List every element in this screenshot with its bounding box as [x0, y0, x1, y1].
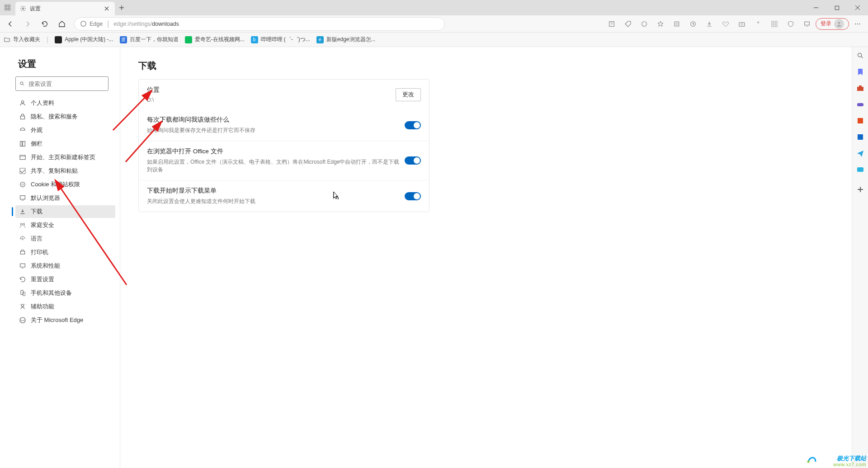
- sidebar-icon-2[interactable]: [855, 83, 865, 93]
- setting-toggle-1[interactable]: [405, 156, 421, 165]
- citations-button[interactable]: ”: [750, 17, 766, 31]
- tab-title: 设置: [30, 5, 99, 13]
- svg-rect-27: [20, 155, 25, 159]
- toolbar: Edge | edge://settings/downloads ” 登录: [0, 15, 868, 33]
- setting-toggle-0[interactable]: [405, 121, 421, 129]
- settings-nav-item-13[interactable]: 重置设置: [15, 273, 115, 286]
- settings-nav-item-11[interactable]: 打印机: [15, 246, 115, 259]
- sidebar-icon-7[interactable]: [855, 165, 865, 175]
- extensions-button[interactable]: [637, 17, 652, 31]
- svg-point-21: [859, 23, 860, 24]
- forward-button[interactable]: [20, 17, 35, 31]
- settings-page: 设置 个人资料隐私、搜索和服务外观侧栏开始、主页和新建标签页共享、复制和粘贴Co…: [0, 47, 852, 468]
- nav-icon: [19, 127, 26, 134]
- settings-search[interactable]: [15, 76, 108, 91]
- page-heading: 下载: [138, 60, 834, 72]
- performance-button[interactable]: [718, 17, 733, 31]
- tab-actions-button[interactable]: [0, 0, 15, 15]
- collections-button[interactable]: [669, 17, 684, 31]
- settings-nav: 个人资料隐私、搜索和服务外观侧栏开始、主页和新建标签页共享、复制和粘贴Cooki…: [15, 96, 115, 327]
- history-icon: [689, 20, 697, 28]
- apps-button[interactable]: [767, 17, 782, 31]
- heart-icon: [722, 20, 729, 28]
- new-tab-button[interactable]: [115, 0, 128, 15]
- watermark-logo-icon: [807, 454, 817, 465]
- address-bar[interactable]: Edge | edge://settings/downloads: [74, 17, 445, 31]
- import-bookmarks-button[interactable]: 导入收藏夹: [4, 36, 40, 43]
- bilibili-favicon: b: [251, 36, 258, 43]
- setting-row-1: 在浏览器中打开 Office 文件如果启用此设置，Office 文件（演示文稿、…: [139, 141, 429, 180]
- sidebar-icon-4[interactable]: [855, 116, 865, 126]
- settings-nav-item-0[interactable]: 个人资料: [15, 97, 115, 109]
- sidebar-icon-3[interactable]: [855, 99, 865, 109]
- settings-nav-item-2[interactable]: 外观: [15, 124, 115, 137]
- setting-toggle-2[interactable]: [405, 192, 421, 200]
- bookmark-bilibili[interactable]: b哔哩哔哩 (゜-゜)つ...: [251, 36, 310, 43]
- home-button[interactable]: [54, 17, 70, 31]
- settings-nav-item-9[interactable]: 家庭安全: [15, 219, 115, 232]
- downloads-button[interactable]: [702, 17, 717, 31]
- math-button[interactable]: [783, 17, 798, 31]
- settings-nav-item-15[interactable]: 辅助功能: [15, 300, 115, 313]
- bookmark-apple[interactable]: Apple (中国大陆) -...: [55, 36, 113, 43]
- plane-icon: [857, 150, 864, 157]
- more-button[interactable]: [850, 17, 865, 31]
- sidebar-add-button[interactable]: [855, 184, 865, 194]
- setting-row-title: 每次下载都询问我该做些什么: [147, 116, 405, 124]
- svg-rect-17: [805, 22, 810, 25]
- settings-nav-item-5[interactable]: 共享、复制和粘贴: [15, 165, 115, 177]
- briefcase-icon: [857, 85, 864, 92]
- star-icon: [657, 20, 664, 28]
- bookmark-baidu[interactable]: 度百度一下，你就知道: [120, 36, 179, 43]
- favorites-button[interactable]: [653, 17, 668, 31]
- nav-icon: [19, 262, 26, 269]
- sidebar-icon-6[interactable]: [855, 148, 865, 158]
- tab-close-button[interactable]: [103, 5, 110, 12]
- settings-nav-item-6[interactable]: Cookie 和网站权限: [15, 178, 115, 191]
- settings-sidebar: 设置 个人资料隐私、搜索和服务外观侧栏开始、主页和新建标签页共享、复制和粘贴Co…: [0, 47, 120, 468]
- reader-button[interactable]: [604, 17, 619, 31]
- settings-search-input[interactable]: [28, 80, 104, 87]
- window-controls: [806, 0, 868, 15]
- settings-nav-item-14[interactable]: 手机和其他设备: [15, 287, 115, 299]
- edge-sidebar: [852, 47, 868, 468]
- send-to-device-button[interactable]: [799, 17, 815, 31]
- svg-point-30: [22, 184, 24, 185]
- screenshot-button[interactable]: [734, 17, 750, 31]
- bookmark-iqiyi[interactable]: 爱奇艺-在线视频网...: [185, 36, 245, 43]
- window-close-button[interactable]: [847, 0, 868, 15]
- sidebar-icon-1[interactable]: [855, 67, 865, 77]
- browser-tab[interactable]: 设置: [15, 2, 115, 15]
- settings-nav-item-12[interactable]: 系统和性能: [15, 260, 115, 272]
- settings-nav-item-4[interactable]: 开始、主页和新建标签页: [15, 151, 115, 164]
- sidebar-icon-5[interactable]: [855, 132, 865, 142]
- settings-nav-item-1[interactable]: 隐私、搜索和服务: [15, 110, 115, 123]
- nav-icon: [19, 249, 26, 256]
- change-location-button[interactable]: 更改: [396, 88, 421, 101]
- login-button[interactable]: 登录: [816, 18, 849, 30]
- settings-nav-item-8[interactable]: 下载: [15, 205, 115, 218]
- history-button[interactable]: [685, 17, 701, 31]
- settings-nav-item-10[interactable]: 字语言: [15, 232, 115, 245]
- maximize-button[interactable]: [826, 0, 847, 15]
- shopping-button[interactable]: [620, 17, 636, 31]
- sidebar-search-button[interactable]: [855, 51, 865, 61]
- settings-nav-item-16[interactable]: 关于 Microsoft Edge: [15, 314, 115, 326]
- baidu-favicon: 度: [120, 36, 127, 43]
- back-button[interactable]: [3, 17, 18, 31]
- games-icon: [857, 101, 864, 108]
- svg-rect-44: [859, 85, 862, 87]
- nav-item-label: 打印机: [31, 248, 48, 256]
- settings-nav-item-7[interactable]: 默认浏览器: [15, 192, 115, 204]
- setting-row-desc: 如果启用此设置，Office 文件（演示文稿、电子表格、文档）将在Microso…: [147, 158, 405, 174]
- setting-row-title: 下载开始时显示下载菜单: [147, 187, 405, 195]
- search-icon: [19, 80, 25, 87]
- home-icon: [58, 20, 66, 28]
- svg-rect-2: [5, 8, 7, 10]
- refresh-button[interactable]: [37, 17, 52, 31]
- bookmark-edge-guide[interactable]: e新版edge浏览器怎...: [316, 36, 376, 43]
- downloads-card: 位置 D:\ 更改 每次下载都询问我该做些什么始终询问我是要保存文件还是打开它而…: [138, 79, 429, 212]
- svg-rect-45: [857, 103, 863, 106]
- settings-nav-item-3[interactable]: 侧栏: [15, 137, 115, 150]
- minimize-button[interactable]: [806, 0, 826, 15]
